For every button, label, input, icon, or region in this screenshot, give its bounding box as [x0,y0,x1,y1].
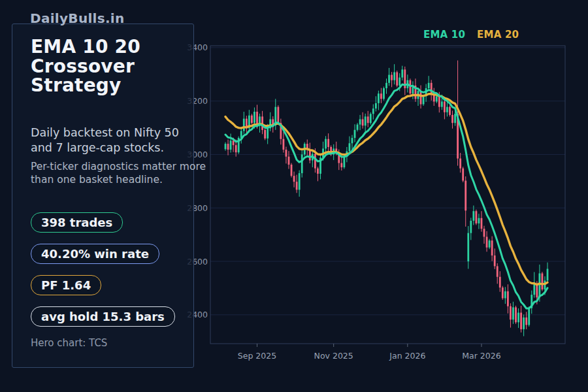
svg-text:Nov 2025: Nov 2025 [314,351,353,361]
summary-panel: EMA 10 20 Crossover Strategy Daily backt… [12,24,194,368]
avg-hold-badge: avg hold 15.3 bars [31,306,175,327]
ema-lines [225,84,547,308]
svg-text:Jan 2026: Jan 2026 [389,351,425,361]
winrate-badge: 40.20% win rate [31,244,159,264]
brand-logo: DailyBulls.in [30,10,125,26]
axis-labels: 340032003000280026002400Sep 2025Nov 2025… [187,42,501,361]
chart-legend: EMA 10 EMA 20 [423,29,519,41]
subtitle-text: Daily backtest on Nifty 50 and 7 large-c… [31,125,180,156]
trades-badge: 398 trades [31,212,123,233]
chart-gridlines [210,48,565,315]
legend-ema20: EMA 20 [477,29,519,41]
note-text: Per-ticker diagnostics matter more than … [31,160,228,187]
svg-text:Mar 2026: Mar 2026 [462,351,500,361]
stat-badges: 398 trades 40.20% win rate PF 1.64 avg h… [31,212,193,327]
profit-factor-badge: PF 1.64 [31,275,101,295]
chart-frame [210,46,565,344]
hero-chart-label: Hero chart: TCS [31,337,193,349]
svg-text:Sep 2025: Sep 2025 [238,351,276,361]
page-title: EMA 10 20 Crossover Strategy [31,37,181,95]
legend-ema10: EMA 10 [423,29,465,41]
